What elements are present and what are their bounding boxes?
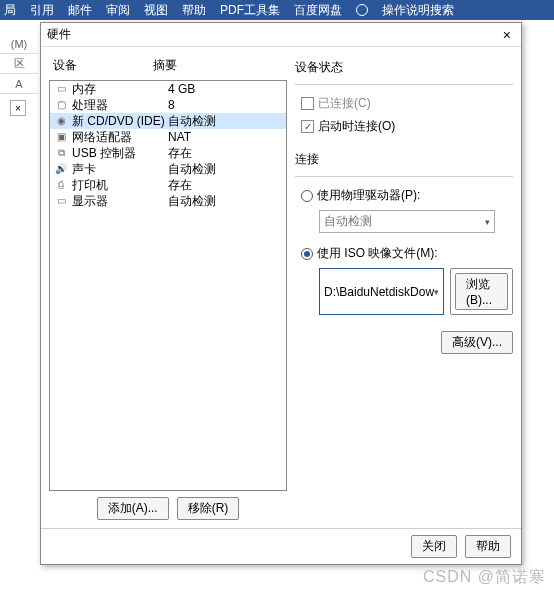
status-group-label: 设备状态 [295, 59, 513, 76]
device-name: 新 CD/DVD (IDE) [72, 113, 168, 130]
cpu-icon: ▢ [54, 99, 68, 111]
network-icon: ▣ [54, 131, 68, 143]
list-item[interactable]: 🔊声卡自动检测 [50, 161, 286, 177]
header-device: 设备 [53, 57, 153, 74]
app-menubar: 局 引用 邮件 审阅 视图 帮助 PDF工具集 百度网盘 操作说明搜索 [0, 0, 554, 20]
device-name: 处理器 [72, 97, 168, 114]
help-button[interactable]: 帮助 [465, 535, 511, 558]
memory-icon: ▭ [54, 83, 68, 95]
list-item[interactable]: ▭内存4 GB [50, 81, 286, 97]
device-summary: 自动检测 [168, 113, 282, 130]
list-item[interactable]: ◉新 CD/DVD (IDE)自动检测 [50, 113, 286, 129]
menu-item[interactable]: PDF工具集 [220, 2, 280, 19]
left-panel-strip: (M) 区 A × [0, 34, 38, 116]
device-name: 内存 [72, 81, 168, 98]
physical-drive-select[interactable]: 自动检测 ▾ [319, 210, 495, 233]
list-item[interactable]: ▢处理器8 [50, 97, 286, 113]
bulb-icon [356, 4, 368, 16]
radio-label: 使用物理驱动器(P): [317, 187, 420, 204]
advanced-button[interactable]: 高级(V)... [441, 331, 513, 354]
menu-item[interactable]: 局 [4, 2, 16, 19]
radio-icon[interactable] [301, 190, 313, 202]
device-name: 网络适配器 [72, 129, 168, 146]
menu-item[interactable]: 审阅 [106, 2, 130, 19]
use-physical-radio[interactable]: 使用物理驱动器(P): [295, 187, 513, 204]
menu-item[interactable]: 帮助 [182, 2, 206, 19]
select-value: D:\BaiduNetdiskDownload\Cent [324, 285, 434, 299]
chevron-down-icon: ▾ [434, 287, 439, 297]
strip-extra: 区 [0, 54, 38, 74]
strip-a: A [0, 74, 38, 94]
search-hint[interactable]: 操作说明搜索 [382, 2, 454, 19]
use-iso-radio[interactable]: 使用 ISO 映像文件(M): [295, 245, 513, 262]
close-button[interactable]: 关闭 [411, 535, 457, 558]
device-list-pane: 设备 摘要 ▭内存4 GB ▢处理器8 ◉新 CD/DVD (IDE)自动检测 … [49, 55, 287, 520]
device-summary: 存在 [168, 145, 282, 162]
menu-item[interactable]: 邮件 [68, 2, 92, 19]
checkbox-label: 已连接(C) [318, 95, 371, 112]
connect-on-power-checkbox-row[interactable]: ✓ 启动时连接(O) [295, 118, 513, 135]
connected-checkbox-row[interactable]: 已连接(C) [295, 95, 513, 112]
remove-button[interactable]: 移除(R) [177, 497, 240, 520]
menu-item[interactable]: 视图 [144, 2, 168, 19]
iso-path-select[interactable]: D:\BaiduNetdiskDownload\Cent ▾ [319, 268, 444, 315]
device-summary: 8 [168, 98, 282, 112]
separator [295, 84, 513, 85]
close-icon[interactable]: × [10, 100, 26, 116]
device-name: 声卡 [72, 161, 168, 178]
device-summary: NAT [168, 130, 282, 144]
header-summary: 摘要 [153, 57, 283, 74]
menu-item[interactable]: 引用 [30, 2, 54, 19]
watermark: CSDN @简诺寒 [423, 567, 546, 588]
settings-pane: 设备状态 已连接(C) ✓ 启动时连接(O) 连接 使用物理驱动器(P): 自动… [295, 55, 513, 520]
list-item[interactable]: ▭显示器自动检测 [50, 193, 286, 209]
sound-icon: 🔊 [54, 163, 68, 175]
display-icon: ▭ [54, 195, 68, 207]
device-name: USB 控制器 [72, 145, 168, 162]
menu-item[interactable]: 百度网盘 [294, 2, 342, 19]
list-item[interactable]: ⧉USB 控制器存在 [50, 145, 286, 161]
strip-label: (M) [0, 34, 38, 54]
chevron-down-icon: ▾ [485, 217, 490, 227]
add-button[interactable]: 添加(A)... [97, 497, 169, 520]
checkbox-label: 启动时连接(O) [318, 118, 395, 135]
hardware-dialog: 硬件 × 设备 摘要 ▭内存4 GB ▢处理器8 ◉新 CD/DVD (IDE)… [40, 22, 522, 565]
cd-icon: ◉ [54, 115, 68, 127]
device-name: 打印机 [72, 177, 168, 194]
usb-icon: ⧉ [54, 147, 68, 159]
device-name: 显示器 [72, 193, 168, 210]
device-summary: 4 GB [168, 82, 282, 96]
close-icon[interactable]: × [499, 27, 515, 43]
connection-group-label: 连接 [295, 151, 513, 168]
select-value: 自动检测 [324, 213, 372, 230]
device-summary: 自动检测 [168, 193, 282, 210]
checkbox-icon[interactable]: ✓ [301, 120, 314, 133]
separator [295, 176, 513, 177]
radio-icon[interactable] [301, 248, 313, 260]
device-summary: 存在 [168, 177, 282, 194]
list-item[interactable]: ▣网络适配器NAT [50, 129, 286, 145]
list-header: 设备 摘要 [49, 55, 287, 76]
device-listbox[interactable]: ▭内存4 GB ▢处理器8 ◉新 CD/DVD (IDE)自动检测 ▣网络适配器… [49, 80, 287, 491]
dialog-title: 硬件 [47, 26, 71, 43]
checkbox-icon[interactable] [301, 97, 314, 110]
list-item[interactable]: ⎙打印机存在 [50, 177, 286, 193]
browse-button[interactable]: 浏览(B)... [455, 273, 508, 310]
dialog-footer: 关闭 帮助 [41, 528, 521, 564]
printer-icon: ⎙ [54, 179, 68, 191]
device-summary: 自动检测 [168, 161, 282, 178]
dialog-titlebar: 硬件 × [41, 23, 521, 47]
radio-label: 使用 ISO 映像文件(M): [317, 245, 438, 262]
